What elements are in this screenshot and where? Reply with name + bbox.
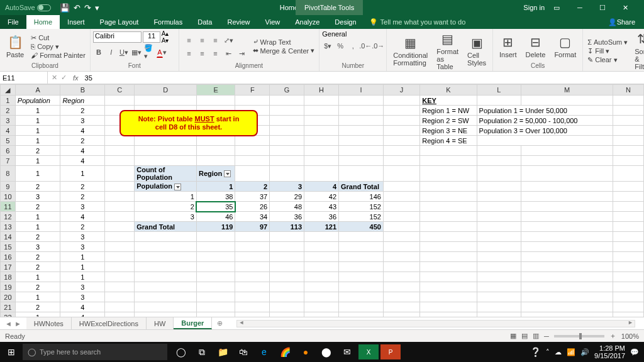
row-header[interactable]: 4 (1, 126, 16, 136)
cell[interactable] (105, 156, 135, 166)
cell[interactable] (477, 252, 521, 262)
cell[interactable]: 2 (15, 282, 60, 292)
cell[interactable]: 34 (235, 212, 270, 222)
cell[interactable] (196, 262, 235, 272)
cell[interactable] (521, 282, 613, 292)
autosave-toggle[interactable]: AutoSave (1, 4, 55, 11)
cell[interactable] (196, 282, 235, 292)
cell[interactable] (613, 302, 644, 312)
cell[interactable] (235, 146, 270, 156)
cell[interactable] (383, 192, 419, 202)
cell[interactable]: 36 (270, 212, 304, 222)
cell[interactable] (235, 96, 270, 106)
cell[interactable] (304, 292, 339, 302)
powerpoint-icon[interactable]: P (380, 344, 401, 359)
row-header[interactable]: 3 (1, 116, 16, 126)
sort-filter-button[interactable]: ⇅Sort & Filter (631, 30, 644, 72)
cell[interactable] (304, 262, 339, 272)
cancel-icon[interactable]: ✕ (52, 74, 57, 82)
cell[interactable] (383, 106, 419, 116)
cell[interactable]: 97 (235, 222, 270, 232)
cell[interactable] (270, 302, 304, 312)
cell[interactable] (339, 232, 384, 242)
cell[interactable] (105, 262, 135, 272)
cell[interactable] (339, 146, 384, 156)
column-header[interactable]: E (196, 85, 235, 96)
cell[interactable] (383, 232, 419, 242)
cell[interactable]: 2 (15, 182, 60, 192)
cell[interactable] (383, 242, 419, 252)
taskbar-search[interactable]: ◯ Type here to search (23, 344, 167, 360)
row-header[interactable]: 14 (1, 232, 16, 242)
row-header[interactable]: 6 (1, 146, 16, 156)
cell[interactable] (383, 136, 419, 146)
cell[interactable] (521, 312, 613, 317)
cell[interactable] (235, 282, 270, 292)
cell[interactable] (105, 136, 135, 146)
cell[interactable] (105, 222, 135, 232)
row-header[interactable]: 16 (1, 252, 16, 262)
cell[interactable] (521, 232, 613, 242)
row-header[interactable]: 10 (1, 192, 16, 202)
cell[interactable] (196, 242, 235, 252)
cell[interactable] (477, 192, 521, 202)
cell[interactable] (521, 166, 613, 182)
cell[interactable] (477, 156, 521, 166)
column-header[interactable]: C (105, 85, 135, 96)
excel-icon[interactable]: X (358, 344, 379, 359)
cell[interactable] (613, 136, 644, 146)
view-page-break-icon[interactable]: ▥ (533, 332, 539, 340)
row-header[interactable]: 13 (1, 222, 16, 232)
cell[interactable] (304, 126, 339, 136)
column-header[interactable]: B (60, 85, 105, 96)
cell[interactable]: Population (135, 182, 197, 192)
row-header[interactable]: 7 (1, 156, 16, 166)
cell[interactable]: 3 (60, 232, 105, 242)
cell[interactable]: 113 (270, 222, 304, 232)
cell[interactable] (105, 232, 135, 242)
cell[interactable] (477, 182, 521, 192)
cell[interactable]: Population 1 = Under 50,000 (477, 106, 613, 116)
cell[interactable] (477, 202, 521, 212)
cell-styles-button[interactable]: ▣Cell Styles (464, 34, 490, 68)
cell[interactable] (304, 252, 339, 262)
cell[interactable]: 36 (304, 212, 339, 222)
cell[interactable] (383, 126, 419, 136)
cell[interactable]: 1 (15, 312, 60, 317)
cell[interactable]: KEY (420, 96, 477, 106)
volume-icon[interactable]: 🔊 (580, 348, 589, 356)
cell[interactable] (105, 202, 135, 212)
cell[interactable] (235, 272, 270, 282)
cell[interactable]: 46 (196, 212, 235, 222)
cell[interactable] (105, 272, 135, 282)
cell[interactable] (105, 182, 135, 192)
cell[interactable] (477, 166, 521, 182)
cell[interactable]: 3 (60, 242, 105, 252)
grid[interactable]: ◢ABCDEFGHIJKLMN 1PopulationRegionKEY212R… (0, 84, 644, 317)
cell[interactable]: 1 (15, 126, 60, 136)
cell[interactable] (270, 262, 304, 272)
row-header[interactable]: 18 (1, 272, 16, 282)
cell[interactable] (235, 232, 270, 242)
row-header[interactable]: 17 (1, 262, 16, 272)
cell[interactable]: 1 (15, 116, 60, 126)
task-view-icon[interactable]: ⧉ (192, 342, 212, 362)
cell[interactable] (196, 272, 235, 282)
cell[interactable] (270, 292, 304, 302)
cell[interactable]: 35 (196, 202, 235, 212)
row-header[interactable]: 19 (1, 282, 16, 292)
cell[interactable]: 119 (196, 222, 235, 232)
cell[interactable]: 2 (15, 302, 60, 312)
cell[interactable] (304, 96, 339, 106)
cell[interactable] (613, 156, 644, 166)
row-header[interactable]: 8 (1, 166, 16, 182)
cell[interactable] (521, 212, 613, 222)
cell[interactable] (383, 212, 419, 222)
cell[interactable] (613, 252, 644, 262)
cell[interactable] (521, 96, 613, 106)
cell[interactable] (135, 96, 197, 106)
cell[interactable] (196, 156, 235, 166)
fill-button[interactable]: ↧ Fill ▾ (587, 47, 628, 55)
cell[interactable] (420, 242, 477, 252)
column-header[interactable]: N (613, 85, 644, 96)
